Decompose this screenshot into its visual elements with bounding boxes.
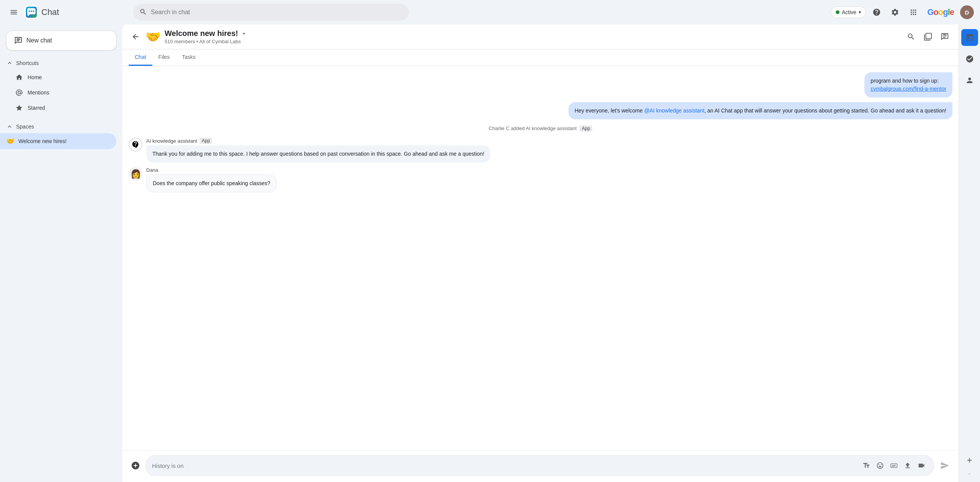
threads-icon[interactable]: [937, 29, 952, 44]
message-bubble: program and how to sign up: cymbalgroup.…: [864, 72, 952, 98]
chat-header-actions: [903, 29, 952, 44]
sidebar-space-welcome[interactable]: 🤝 Welcome new hires!: [0, 133, 116, 149]
input-area: GIF: [122, 450, 959, 482]
message-bubble: Hey everyone, let's welcome @AI knowledg…: [568, 102, 952, 119]
gif-icon[interactable]: GIF: [888, 459, 900, 472]
sidebar: New chat Shortcuts Home Mentions Starred: [0, 24, 122, 482]
search-bar[interactable]: [133, 4, 409, 21]
help-icon[interactable]: [869, 5, 884, 20]
status-indicator: [836, 10, 840, 14]
settings-icon[interactable]: [887, 5, 903, 20]
sidebar-item-home-label: Home: [28, 74, 42, 80]
send-button[interactable]: [937, 458, 952, 473]
avatar[interactable]: D: [960, 5, 974, 19]
svg-point-4: [33, 11, 34, 12]
contacts-icon[interactable]: [961, 72, 978, 89]
message-2: Hey everyone, let's welcome @AI knowledg…: [129, 102, 952, 119]
right-sidebar: + ›: [959, 24, 980, 482]
chat-header: 🤝 Welcome new hires! 510 members • All o…: [122, 24, 959, 49]
mention-ai: @AI knowledge assistant: [644, 107, 704, 114]
bot-message-content: AI knowledge assistant App Thank you for…: [146, 138, 952, 163]
top-header: Chat Active ▾ Google D: [0, 0, 980, 24]
bot-badge: App: [199, 138, 212, 144]
bot-sender: AI knowledge assistant App: [146, 138, 952, 144]
search-input[interactable]: [151, 9, 403, 16]
new-chat-label: New chat: [26, 37, 52, 44]
chat-area: 🤝 Welcome new hires! 510 members • All o…: [122, 24, 959, 482]
sidebar-item-starred[interactable]: Starred: [0, 100, 116, 116]
tasks-check-icon[interactable]: [961, 50, 978, 67]
app-badge: App: [580, 125, 592, 132]
tab-chat[interactable]: Chat: [129, 49, 152, 66]
video-icon[interactable]: [915, 459, 928, 472]
svg-text:GIF: GIF: [892, 464, 896, 467]
spaces-header[interactable]: Spaces: [0, 119, 122, 133]
shortcuts-label: Shortcuts: [16, 60, 39, 66]
chat-header-info: Welcome new hires! 510 members • All of …: [165, 29, 903, 44]
svg-point-2: [29, 11, 30, 12]
space-avatar: 🤝: [145, 29, 161, 44]
chevron-down-icon: ▾: [859, 10, 861, 15]
message-dana: 👩 Dana Does the company offer public spe…: [129, 167, 952, 192]
add-app-button[interactable]: +: [961, 452, 978, 469]
calendar-icon[interactable]: [961, 29, 978, 46]
hamburger-icon[interactable]: [6, 5, 21, 20]
apps-icon[interactable]: [906, 5, 921, 20]
new-chat-button[interactable]: New chat: [6, 31, 116, 50]
tab-tasks[interactable]: Tasks: [176, 49, 202, 66]
sidebar-item-mentions-label: Mentions: [28, 90, 49, 96]
search-icon: [139, 8, 147, 17]
svg-point-3: [31, 11, 32, 12]
right-panel: 🤝 Welcome new hires! 510 members • All o…: [122, 24, 980, 482]
mentor-link[interactable]: cymbalgroup.com/find-a-mentor: [871, 86, 946, 92]
sidebar-item-home[interactable]: Home: [0, 70, 116, 85]
message-input-box[interactable]: GIF: [145, 455, 934, 476]
space-label: Welcome new hires!: [18, 138, 67, 144]
chat-tabs: Chat Files Tasks: [122, 49, 959, 66]
message-bot: AI knowledge assistant App Thank you for…: [129, 138, 952, 163]
emoji-icon[interactable]: [874, 459, 886, 472]
main-body: New chat Shortcuts Home Mentions Starred: [0, 24, 980, 482]
spaces-label: Spaces: [16, 124, 34, 130]
message-1: program and how to sign up: cymbalgroup.…: [129, 72, 952, 98]
input-row: GIF: [129, 455, 952, 476]
format-text-icon[interactable]: [860, 459, 872, 472]
input-tools: GIF: [860, 459, 928, 472]
dana-message-content: Dana Does the company offer public speak…: [146, 167, 952, 192]
tab-files[interactable]: Files: [152, 49, 176, 66]
bot-name: AI knowledge assistant: [146, 138, 197, 144]
status-button[interactable]: Active ▾: [831, 7, 866, 18]
status-label: Active: [842, 9, 856, 15]
bot-message-text: Thank you for adding me to this space. I…: [146, 145, 490, 163]
back-button[interactable]: [129, 30, 142, 44]
expand-icon[interactable]: ›: [967, 473, 972, 474]
system-notice: Charlie C added AI knowledge assistant A…: [129, 124, 952, 133]
dana-avatar: 👩: [129, 167, 142, 181]
shortcuts-section: Shortcuts Home Mentions Starred: [0, 57, 122, 116]
upload-icon[interactable]: [902, 459, 914, 472]
members-panel-icon[interactable]: [920, 29, 936, 44]
header-right: Active ▾ Google D: [831, 5, 974, 20]
chat-title: Welcome new hires!: [165, 29, 903, 38]
sidebar-item-starred-label: Starred: [28, 105, 45, 111]
space-emoji: 🤝: [6, 137, 15, 145]
bot-avatar: [129, 138, 142, 151]
messages-area: program and how to sign up: cymbalgroup.…: [122, 66, 959, 450]
app-logo: [24, 5, 38, 19]
shortcuts-header[interactable]: Shortcuts: [0, 57, 122, 70]
header-left: Chat: [6, 5, 129, 20]
dana-message-text: Does the company offer public speaking c…: [146, 174, 277, 192]
chat-subtitle: 510 members • All of Cymbal Labs: [165, 39, 903, 44]
system-text: Charlie C added AI knowledge assistant: [489, 125, 577, 131]
add-attachment-button[interactable]: [129, 459, 142, 472]
search-chat-icon[interactable]: [903, 29, 919, 44]
chevron-down-icon[interactable]: [240, 30, 247, 37]
sidebar-item-mentions[interactable]: Mentions: [0, 85, 116, 100]
message-input[interactable]: [152, 462, 857, 469]
app-title: Chat: [41, 7, 59, 17]
dana-name: Dana: [146, 167, 158, 173]
dana-sender: Dana: [146, 167, 952, 173]
google-logo: Google: [927, 7, 954, 17]
